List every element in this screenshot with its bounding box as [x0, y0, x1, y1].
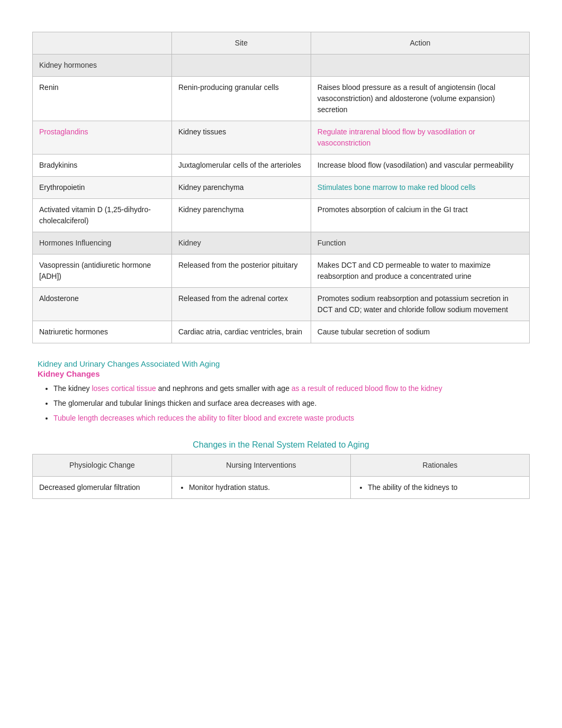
table-cell-name: Activated vitamin D (1,25-dihydro-cholec… [33, 199, 172, 232]
section-cell [171, 54, 311, 77]
table-cell-action: Increase blood flow (vasodilation) and v… [311, 154, 529, 177]
col2-header-rationale: Rationales [350, 454, 529, 477]
table-cell-name: Prostaglandins [33, 121, 172, 154]
list-item: The kidney loses cortical tissue and nep… [53, 383, 524, 395]
bullet-section: Kidney and Urinary Changes Associated Wi… [32, 359, 530, 424]
table-cell-site: Released from the posterior pituitary [171, 254, 311, 288]
table-cell-action: Cause tubular secretion of sodium [311, 321, 529, 343]
section-cell: Function [311, 232, 529, 254]
list-item: The glomerular and tubular linings thick… [53, 397, 524, 410]
section-cell: Kidney hormones [33, 54, 172, 77]
main-table: Site Action Kidney hormonesReninRenin-pr… [32, 32, 530, 343]
table-cell-action: Stimulates bone marrow to make red blood… [311, 177, 529, 199]
col2-header-physio: Physiologic Change [33, 454, 172, 477]
list-item: Monitor hydration status. [189, 482, 344, 493]
table-cell-action: Makes DCT and CD permeable to water to m… [311, 254, 529, 288]
table-cell-name: Natriuretic hormones [33, 321, 172, 343]
col-header-action: Action [311, 32, 529, 54]
col-header-site: Site [171, 32, 311, 54]
section-title: Kidney and Urinary Changes Associated Wi… [38, 359, 524, 368]
section-cell [311, 54, 529, 77]
table-cell-site: Released from the adrenal cortex [171, 288, 311, 321]
table-cell-action: Promotes absorption of calcium in the GI… [311, 199, 529, 232]
table-cell-name: Aldosterone [33, 288, 172, 321]
table-cell-action: Regulate intrarenal blood flow by vasodi… [311, 121, 529, 154]
section-cell: Kidney [171, 232, 311, 254]
table-cell-name: Renin [33, 77, 172, 121]
list-item: Tubule length decreases which reduces th… [53, 412, 524, 425]
highlighted-text: as a result of reduced blood flow to the… [292, 384, 442, 393]
highlighted-text: loses cortical tissue [92, 384, 156, 393]
physio-change-cell: Decreased glomerular filtration [33, 477, 172, 499]
table-cell-site: Cardiac atria, cardiac ventricles, brain [171, 321, 311, 343]
section-cell: Hormones Influencing [33, 232, 172, 254]
rationale-cell: The ability of the kidneys to [350, 477, 529, 499]
table-cell-name: Vasopressin (antidiuretic hormone [ADH]) [33, 254, 172, 288]
table-cell-name: Erythropoietin [33, 177, 172, 199]
kidney-changes-list: The kidney loses cortical tissue and nep… [38, 383, 524, 424]
second-table: Physiologic Change Nursing Interventions… [32, 454, 530, 499]
list-item: The ability of the kidneys to [368, 482, 523, 493]
nursing-interventions-cell: Monitor hydration status. [171, 477, 350, 499]
col2-header-nursing: Nursing Interventions [171, 454, 350, 477]
col-header-name [33, 32, 172, 54]
table-cell-action: Raises blood pressure as a result of ang… [311, 77, 529, 121]
second-table-heading: Changes in the Renal System Related to A… [11, 440, 551, 450]
highlighted-text: Tubule length decreases which reduces th… [53, 414, 354, 422]
table-cell-site: Kidney tissues [171, 121, 311, 154]
table-cell-site: Kidney parenchyma [171, 177, 311, 199]
table-cell-site: Kidney parenchyma [171, 199, 311, 232]
table-cell-name: Bradykinins [33, 154, 172, 177]
table-cell-action: Promotes sodium reabsorption and potassi… [311, 288, 529, 321]
subsection-title: Kidney Changes [38, 369, 524, 378]
table-cell-site: Juxtaglomerular cells of the arterioles [171, 154, 311, 177]
table-cell-site: Renin-producing granular cells [171, 77, 311, 121]
